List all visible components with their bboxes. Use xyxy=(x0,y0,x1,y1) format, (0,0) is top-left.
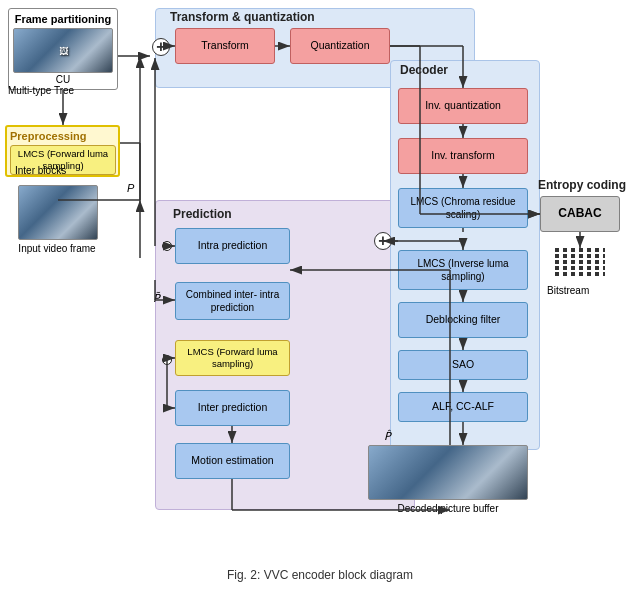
input-video-image xyxy=(18,185,98,240)
cu-label: CU xyxy=(13,74,113,85)
multi-type-tree-label: Multi-type Tree xyxy=(8,85,74,96)
intra-prediction-box: Intra prediction xyxy=(175,228,290,264)
diagram-container: Transform & quantization Prediction Deco… xyxy=(0,0,640,590)
prediction-label: Prediction xyxy=(173,207,232,221)
sum-junction-1: + xyxy=(152,38,170,56)
lmcs-chroma-box: LMCS (Chroma residue scaling) xyxy=(398,188,528,228)
motion-estimation-box: Motion estimation xyxy=(175,443,290,479)
inter-blocks-label: Inter blocks xyxy=(15,165,66,176)
alf-box: ALF, CC-ALF xyxy=(398,392,528,422)
sao-box: SAO xyxy=(398,350,528,380)
p-label: P xyxy=(127,182,134,194)
cabac-box: CABAC xyxy=(540,196,620,232)
transform-quantization-label: Transform & quantization xyxy=(170,10,315,24)
lmcs-inverse-box: LMCS (Inverse luma sampling) xyxy=(398,250,528,290)
input-video-label: Input video frame xyxy=(12,243,102,254)
decoder-label: Decoder xyxy=(400,63,448,77)
combined-inter-intra-box: Combined inter- intra prediction xyxy=(175,282,290,320)
preprocessing-label: Preprocessing xyxy=(10,130,115,142)
p-tilde-label: P̃ xyxy=(153,292,160,305)
p-hat-label: P̂ xyxy=(384,430,391,443)
deblocking-box: Deblocking filter xyxy=(398,302,528,338)
entropy-coding-label: Entropy coding xyxy=(538,178,626,192)
inter-prediction-box: Inter prediction xyxy=(175,390,290,426)
bitstream-graphic xyxy=(555,248,605,276)
quantization-box: Quantization xyxy=(290,28,390,64)
figure-caption: Fig. 2: VVC encoder block diagram xyxy=(0,568,640,582)
sum-junction-2: + xyxy=(374,232,392,250)
transform-box: Transform xyxy=(175,28,275,64)
frame-image: 🖼 xyxy=(13,28,113,73)
frame-partitioning-label: Frame partitioning xyxy=(13,13,113,25)
bitstream-label: Bitstream xyxy=(547,285,589,296)
lmcs-forward-box: LMCS (Forward luma sampling) xyxy=(175,340,290,376)
decoded-picture-buffer-image xyxy=(368,445,528,500)
inv-quantization-box: Inv. quantization xyxy=(398,88,528,124)
junction-circle-2 xyxy=(162,355,172,365)
frame-partitioning-box: Frame partitioning 🖼 CU xyxy=(8,8,118,90)
decoded-picture-buffer-label: Decoded picture buffer xyxy=(368,503,528,514)
inv-transform-box: Inv. transform xyxy=(398,138,528,174)
junction-circle-1 xyxy=(162,241,172,251)
